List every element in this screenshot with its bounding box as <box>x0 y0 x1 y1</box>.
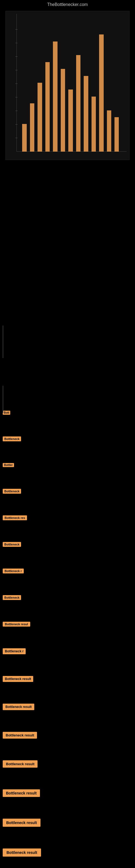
result-item-3: Bottler <box>3 463 132 467</box>
result-item-9: Bottleneck resul <box>3 622 132 627</box>
dark-spacer-2 <box>0 353 135 407</box>
chart-bar-12 <box>107 111 111 152</box>
result-label-9: Bottleneck resul <box>3 622 30 627</box>
result-label-8: Bottleneck <box>3 595 21 600</box>
chart-bar-11 <box>99 34 103 152</box>
result-item-11: Bottleneck result <box>3 676 132 682</box>
chart-bar-3 <box>38 83 42 152</box>
results-section: Bott Bottleneck Bottler Bottleneck Bottl… <box>0 411 135 868</box>
result-label-17: Bottleneck result <box>3 848 41 857</box>
dark-spacer-1 <box>0 163 135 352</box>
result-item-15: Bottleneck result <box>3 789 132 797</box>
result-label-15: Bottleneck result <box>3 789 40 797</box>
result-item-17: Bottleneck result <box>3 848 132 857</box>
result-item-7: Bottleneck r <box>3 568 132 574</box>
chart-bar-2 <box>30 103 34 152</box>
vertical-marker-2 <box>0 407 135 408</box>
site-title: TheBottlenecker.com <box>0 0 135 8</box>
result-item-10: Bottleneck r <box>3 648 132 654</box>
result-label-3: Bottler <box>3 463 14 467</box>
result-label-14: Bottleneck result <box>3 760 38 768</box>
result-label-11: Bottleneck result <box>3 676 33 682</box>
result-item-8: Bottleneck <box>3 595 132 600</box>
chart-bar-5 <box>53 41 57 152</box>
chart-bar-8 <box>76 55 81 152</box>
chart-bars <box>17 14 127 152</box>
result-label-4: Bottleneck <box>3 489 21 494</box>
result-item-16: Bottleneck result <box>3 818 132 827</box>
result-item-14: Bottleneck result <box>3 760 132 768</box>
result-item-4: Bottleneck <box>3 489 132 494</box>
result-item-12: Bottleneck result <box>3 704 132 710</box>
result-label-5: Bottleneck res <box>3 516 27 520</box>
chart-inner <box>5 11 130 160</box>
chart-bar-9 <box>84 76 88 152</box>
chart-bar-4 <box>45 62 50 152</box>
result-item-5: Bottleneck res <box>3 516 132 520</box>
result-label-12: Bottleneck result <box>3 704 34 710</box>
chart-bar-6 <box>61 69 65 152</box>
result-label-6: Bottleneck <box>3 542 21 547</box>
result-label-1: Bott <box>3 411 10 415</box>
result-label-16: Bottleneck result <box>3 818 41 827</box>
chart-bar-13 <box>115 117 119 152</box>
result-label-2: Bottleneck <box>3 436 21 441</box>
result-item-2: Bottleneck <box>3 436 132 441</box>
chart-bar-10 <box>92 97 96 152</box>
vertical-marker-1 <box>0 352 135 353</box>
chart-area <box>5 11 130 160</box>
result-label-13: Bottleneck result <box>3 732 37 739</box>
chart-bar-1 <box>22 124 27 152</box>
chart-bar-7 <box>68 90 73 152</box>
result-label-10: Bottleneck r <box>3 648 26 654</box>
result-item-6: Bottleneck <box>3 542 132 547</box>
result-label-7: Bottleneck r <box>3 568 24 574</box>
result-item-13: Bottleneck result <box>3 732 132 739</box>
result-item-1: Bott <box>3 411 132 415</box>
